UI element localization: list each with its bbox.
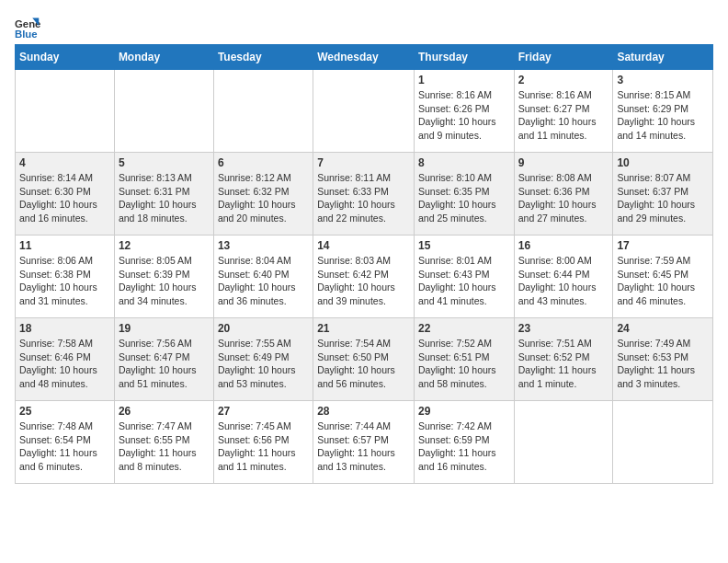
- day-number: 1: [418, 74, 510, 86]
- day-detail: Sunrise: 7:47 AM Sunset: 6:55 PM Dayligh…: [119, 419, 210, 474]
- day-number: 2: [518, 74, 609, 86]
- day-number: 4: [19, 156, 110, 169]
- day-detail: Sunrise: 7:49 AM Sunset: 6:53 PM Dayligh…: [617, 337, 709, 391]
- weekday-header: Sunday: [16, 45, 115, 70]
- calendar-cell: 24Sunrise: 7:49 AM Sunset: 6:53 PM Dayli…: [613, 318, 713, 401]
- day-detail: Sunrise: 7:59 AM Sunset: 6:45 PM Dayligh…: [617, 254, 709, 308]
- calendar-cell: 17Sunrise: 7:59 AM Sunset: 6:45 PM Dayli…: [613, 236, 713, 318]
- day-detail: Sunrise: 7:45 AM Sunset: 6:56 PM Dayligh…: [218, 419, 309, 474]
- day-detail: Sunrise: 8:06 AM Sunset: 6:38 PM Dayligh…: [19, 254, 110, 308]
- calendar-cell: 16Sunrise: 8:00 AM Sunset: 6:44 PM Dayli…: [514, 236, 613, 318]
- day-detail: Sunrise: 8:10 AM Sunset: 6:35 PM Dayligh…: [418, 171, 510, 225]
- day-number: 16: [518, 239, 609, 252]
- calendar-cell: 27Sunrise: 7:45 AM Sunset: 6:56 PM Dayli…: [213, 401, 313, 484]
- day-detail: Sunrise: 7:54 AM Sunset: 6:50 PM Dayligh…: [317, 337, 410, 391]
- calendar-cell: 29Sunrise: 7:42 AM Sunset: 6:59 PM Dayli…: [414, 401, 514, 484]
- day-detail: Sunrise: 8:04 AM Sunset: 6:40 PM Dayligh…: [218, 254, 309, 308]
- calendar-cell: 5Sunrise: 8:13 AM Sunset: 6:31 PM Daylig…: [114, 153, 213, 236]
- day-detail: Sunrise: 8:11 AM Sunset: 6:33 PM Dayligh…: [317, 171, 410, 225]
- day-number: 28: [317, 405, 410, 418]
- day-detail: Sunrise: 7:58 AM Sunset: 6:46 PM Dayligh…: [19, 337, 110, 391]
- calendar-cell: 1Sunrise: 8:16 AM Sunset: 6:26 PM Daylig…: [414, 70, 514, 153]
- calendar-cell: 20Sunrise: 7:55 AM Sunset: 6:49 PM Dayli…: [213, 318, 313, 401]
- calendar-cell: [613, 401, 713, 484]
- calendar-cell: 7Sunrise: 8:11 AM Sunset: 6:33 PM Daylig…: [313, 153, 415, 236]
- day-number: 22: [418, 322, 510, 335]
- calendar-cell: 10Sunrise: 8:07 AM Sunset: 6:37 PM Dayli…: [613, 153, 713, 236]
- calendar-cell: [213, 70, 313, 153]
- day-detail: Sunrise: 8:03 AM Sunset: 6:42 PM Dayligh…: [317, 254, 410, 308]
- weekday-header: Wednesday: [313, 45, 415, 70]
- calendar-header: SundayMondayTuesdayWednesdayThursdayFrid…: [16, 45, 713, 70]
- calendar-cell: [114, 70, 213, 153]
- calendar-cell: 18Sunrise: 7:58 AM Sunset: 6:46 PM Dayli…: [16, 318, 115, 401]
- day-number: 25: [19, 405, 110, 418]
- day-number: 3: [617, 74, 709, 86]
- day-number: 7: [317, 156, 410, 169]
- day-number: 29: [418, 405, 510, 418]
- day-number: 8: [418, 156, 510, 169]
- calendar-week-row: 25Sunrise: 7:48 AM Sunset: 6:54 PM Dayli…: [16, 401, 713, 484]
- day-detail: Sunrise: 8:08 AM Sunset: 6:36 PM Dayligh…: [518, 171, 609, 225]
- weekday-header: Thursday: [414, 45, 514, 70]
- calendar-cell: 14Sunrise: 8:03 AM Sunset: 6:42 PM Dayli…: [313, 236, 415, 318]
- calendar-cell: 2Sunrise: 8:16 AM Sunset: 6:27 PM Daylig…: [514, 70, 613, 153]
- calendar-cell: 15Sunrise: 8:01 AM Sunset: 6:43 PM Dayli…: [414, 236, 514, 318]
- day-number: 21: [317, 322, 410, 335]
- calendar-table: SundayMondayTuesdayWednesdayThursdayFrid…: [15, 44, 713, 484]
- calendar-week-row: 4Sunrise: 8:14 AM Sunset: 6:30 PM Daylig…: [16, 153, 713, 236]
- day-detail: Sunrise: 7:56 AM Sunset: 6:47 PM Dayligh…: [119, 337, 210, 391]
- weekday-header: Friday: [514, 45, 613, 70]
- calendar-cell: 26Sunrise: 7:47 AM Sunset: 6:55 PM Dayli…: [114, 401, 213, 484]
- day-detail: Sunrise: 8:12 AM Sunset: 6:32 PM Dayligh…: [218, 171, 309, 225]
- page-header: General Blue: [15, 15, 713, 40]
- logo: General Blue: [15, 15, 42, 40]
- calendar-cell: 23Sunrise: 7:51 AM Sunset: 6:52 PM Dayli…: [514, 318, 613, 401]
- calendar-week-row: 11Sunrise: 8:06 AM Sunset: 6:38 PM Dayli…: [16, 236, 713, 318]
- day-detail: Sunrise: 8:16 AM Sunset: 6:26 PM Dayligh…: [418, 88, 510, 143]
- calendar-cell: 13Sunrise: 8:04 AM Sunset: 6:40 PM Dayli…: [213, 236, 313, 318]
- day-detail: Sunrise: 7:55 AM Sunset: 6:49 PM Dayligh…: [218, 337, 309, 391]
- calendar-week-row: 1Sunrise: 8:16 AM Sunset: 6:26 PM Daylig…: [16, 70, 713, 153]
- day-number: 13: [218, 239, 309, 252]
- day-number: 26: [119, 405, 210, 418]
- weekday-header: Monday: [114, 45, 213, 70]
- day-number: 20: [218, 322, 309, 335]
- day-detail: Sunrise: 7:42 AM Sunset: 6:59 PM Dayligh…: [418, 419, 510, 474]
- logo-icon: General Blue: [15, 15, 40, 40]
- calendar-cell: 21Sunrise: 7:54 AM Sunset: 6:50 PM Dayli…: [313, 318, 415, 401]
- calendar-cell: 8Sunrise: 8:10 AM Sunset: 6:35 PM Daylig…: [414, 153, 514, 236]
- day-number: 24: [617, 322, 709, 335]
- day-number: 23: [518, 322, 609, 335]
- day-number: 15: [418, 239, 510, 252]
- day-number: 27: [218, 405, 309, 418]
- calendar-cell: 11Sunrise: 8:06 AM Sunset: 6:38 PM Dayli…: [16, 236, 115, 318]
- svg-text:Blue: Blue: [15, 29, 38, 40]
- calendar-cell: 28Sunrise: 7:44 AM Sunset: 6:57 PM Dayli…: [313, 401, 415, 484]
- weekday-header: Tuesday: [213, 45, 313, 70]
- day-number: 11: [19, 239, 110, 252]
- calendar-cell: 25Sunrise: 7:48 AM Sunset: 6:54 PM Dayli…: [16, 401, 115, 484]
- day-detail: Sunrise: 8:01 AM Sunset: 6:43 PM Dayligh…: [418, 254, 510, 308]
- weekday-header: Saturday: [613, 45, 713, 70]
- day-number: 19: [119, 322, 210, 335]
- day-detail: Sunrise: 7:52 AM Sunset: 6:51 PM Dayligh…: [418, 337, 510, 391]
- day-detail: Sunrise: 7:51 AM Sunset: 6:52 PM Dayligh…: [518, 337, 609, 391]
- calendar-cell: 6Sunrise: 8:12 AM Sunset: 6:32 PM Daylig…: [213, 153, 313, 236]
- day-number: 10: [617, 156, 709, 169]
- day-number: 6: [218, 156, 309, 169]
- day-detail: Sunrise: 8:14 AM Sunset: 6:30 PM Dayligh…: [19, 171, 110, 225]
- day-detail: Sunrise: 8:13 AM Sunset: 6:31 PM Dayligh…: [119, 171, 210, 225]
- calendar-cell: [313, 70, 415, 153]
- day-number: 12: [119, 239, 210, 252]
- calendar-cell: 22Sunrise: 7:52 AM Sunset: 6:51 PM Dayli…: [414, 318, 514, 401]
- day-detail: Sunrise: 7:44 AM Sunset: 6:57 PM Dayligh…: [317, 419, 410, 474]
- day-number: 14: [317, 239, 410, 252]
- calendar-cell: 9Sunrise: 8:08 AM Sunset: 6:36 PM Daylig…: [514, 153, 613, 236]
- day-detail: Sunrise: 7:48 AM Sunset: 6:54 PM Dayligh…: [19, 419, 110, 474]
- day-number: 5: [119, 156, 210, 169]
- calendar-cell: [16, 70, 115, 153]
- day-detail: Sunrise: 8:05 AM Sunset: 6:39 PM Dayligh…: [119, 254, 210, 308]
- calendar-week-row: 18Sunrise: 7:58 AM Sunset: 6:46 PM Dayli…: [16, 318, 713, 401]
- day-number: 18: [19, 322, 110, 335]
